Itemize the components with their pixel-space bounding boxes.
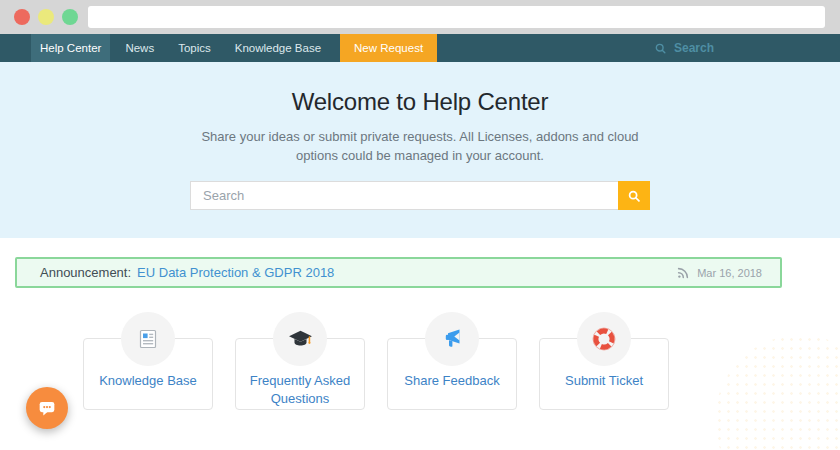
card-label: Share Feedback	[388, 372, 516, 390]
search-icon	[654, 42, 667, 55]
quick-links: Knowledge Base Frequently Asked Question…	[83, 338, 669, 410]
search-button[interactable]	[618, 181, 650, 210]
nav-tab-knowledge-base[interactable]: Knowledge Base	[226, 34, 330, 62]
announcement-date: Mar 16, 2018	[697, 267, 762, 279]
card-icon-circle	[121, 312, 175, 366]
card-icon-circle	[577, 312, 631, 366]
address-bar[interactable]	[88, 6, 825, 28]
lifebuoy-icon	[591, 326, 617, 352]
chat-bubble-icon	[36, 397, 58, 419]
card-knowledge-base[interactable]: Knowledge Base	[83, 338, 213, 410]
card-label: Knowledge Base	[84, 372, 212, 390]
help-center-page: Help Center News Topics Knowledge Base N…	[0, 0, 840, 450]
window-minimize-button[interactable]	[38, 9, 54, 25]
announcement-link[interactable]: EU Data Protection & GDPR 2018	[137, 265, 334, 280]
window-close-button[interactable]	[14, 9, 30, 25]
newspaper-icon	[136, 327, 160, 351]
nav-tab-help-center[interactable]: Help Center	[31, 34, 110, 62]
card-submit-ticket[interactable]: Submit Ticket	[539, 338, 669, 410]
announcement-bar: Announcement: EU Data Protection & GDPR …	[15, 257, 782, 288]
rss-icon[interactable]	[676, 266, 690, 280]
nav-tab-news[interactable]: News	[116, 34, 163, 62]
announcement-label: Announcement:	[40, 265, 131, 280]
page-title: Welcome to Help Center	[0, 88, 840, 116]
card-faq[interactable]: Frequently Asked Questions	[235, 338, 365, 410]
nav-search[interactable]: Search	[654, 34, 714, 62]
hero-subtitle: Share your ideas or submit private reque…	[185, 127, 655, 165]
hero-search	[190, 181, 650, 210]
card-share-feedback[interactable]: Share Feedback	[387, 338, 517, 410]
window-zoom-button[interactable]	[62, 9, 78, 25]
browser-chrome	[0, 0, 840, 34]
search-input[interactable]	[190, 181, 618, 210]
announcement-meta: Mar 16, 2018	[676, 266, 762, 280]
nav-tab-topics[interactable]: Topics	[169, 34, 220, 62]
graduation-cap-icon	[287, 326, 314, 353]
nav-search-label: Search	[674, 41, 714, 55]
nav-new-request-button[interactable]: New Request	[340, 34, 437, 62]
main-nav: Help Center News Topics Knowledge Base N…	[0, 34, 840, 62]
hero-section: Welcome to Help Center Share your ideas …	[0, 62, 840, 238]
chat-launcher-button[interactable]	[26, 387, 68, 429]
card-label: Frequently Asked Questions	[236, 372, 364, 408]
dots-decoration	[715, 335, 840, 450]
megaphone-icon	[439, 326, 465, 352]
card-icon-circle	[425, 312, 479, 366]
card-label: Submit Ticket	[540, 372, 668, 390]
card-icon-circle	[273, 312, 327, 366]
search-icon	[627, 189, 641, 203]
